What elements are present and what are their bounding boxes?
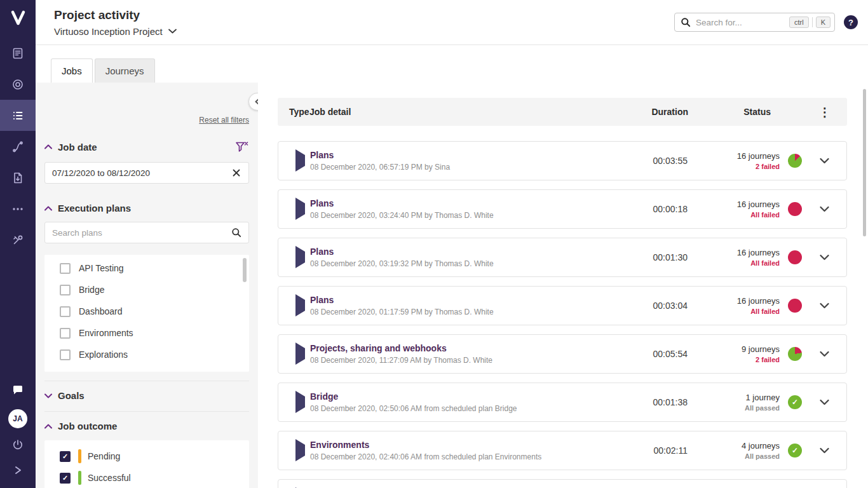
job-row[interactable]: UTP Demo "Whitelist your Final IP": [278, 479, 847, 488]
outcome-color-bar: [78, 471, 81, 485]
checkbox[interactable]: [60, 306, 71, 317]
expand-row-chevron-icon[interactable]: [820, 254, 829, 261]
explore-icon[interactable]: [0, 69, 36, 100]
project-selector[interactable]: Virtuoso Inception Project: [54, 26, 177, 37]
journeys-icon[interactable]: [0, 131, 36, 162]
journeys-count: 16 journeys: [737, 151, 780, 161]
play-button[interactable]: [295, 342, 305, 365]
goals-section-header[interactable]: Goals: [44, 390, 249, 401]
play-button[interactable]: [295, 246, 305, 268]
expand-row-chevron-icon[interactable]: [820, 302, 829, 309]
tab-jobs[interactable]: Jobs: [51, 58, 93, 83]
collapse-filters-button[interactable]: [248, 93, 258, 111]
plans-search-box[interactable]: [44, 222, 249, 243]
play-button[interactable]: [295, 391, 305, 413]
main-scrollbar[interactable]: [863, 89, 866, 236]
table-header: Type Job detail Duration Status ⋮: [278, 98, 847, 126]
job-title: Plans: [310, 295, 618, 305]
job-subtitle: 08 December 2020, 01:17:59 PM by Thomas …: [310, 308, 618, 316]
checkbox[interactable]: [60, 263, 71, 274]
extensions-icon[interactable]: [0, 224, 36, 255]
plans-scrollbar[interactable]: [243, 258, 247, 282]
col-status-header: Status: [688, 107, 803, 117]
job-title: Plans: [310, 150, 618, 160]
table-menu-icon[interactable]: ⋮: [819, 106, 831, 118]
expand-row-chevron-icon[interactable]: [820, 399, 829, 405]
more-icon[interactable]: [0, 193, 36, 224]
caret-up-icon: [44, 144, 52, 149]
job-date-field[interactable]: [44, 162, 249, 184]
play-button[interactable]: [295, 439, 305, 461]
execution-plans-section-header[interactable]: Execution plans: [44, 203, 249, 214]
expand-row-chevron-icon[interactable]: [820, 206, 829, 212]
projects-icon[interactable]: [0, 37, 36, 69]
kbd-divider: [812, 17, 813, 27]
job-title: Environments: [310, 440, 618, 450]
expand-sidebar-icon[interactable]: [0, 458, 36, 483]
journeys-count: 1 journey: [746, 393, 780, 402]
outcome-option[interactable]: ✓Successful: [44, 467, 249, 488]
job-date-title: Job date: [58, 142, 97, 152]
job-row[interactable]: Bridge 08 December 2020, 02:50:06 AM fro…: [278, 383, 847, 422]
plan-option[interactable]: API Testing: [44, 257, 249, 279]
plan-option[interactable]: Explorations: [44, 344, 249, 365]
sidebar-nav: [0, 37, 36, 255]
status-pie-icon: ✓: [788, 444, 802, 458]
job-subtitle: 08 December 2020, 02:40:06 AM from sched…: [310, 452, 618, 461]
job-outcome-section-header[interactable]: Job outcome: [44, 421, 249, 431]
job-row[interactable]: Plans 08 December 2020, 03:24:40 PM by T…: [278, 189, 847, 229]
content: Reset all filters Job date: [36, 83, 868, 488]
job-subtitle: 08 December 2020, 02:50:06 AM from sched…: [310, 404, 618, 413]
status-pie-icon: [788, 347, 802, 361]
filters-panel: Reset all filters Job date: [36, 83, 258, 488]
outcome-option-label: Pending: [88, 451, 120, 461]
power-icon[interactable]: [0, 432, 36, 458]
help-button[interactable]: ?: [844, 15, 858, 29]
activity-icon[interactable]: [0, 100, 36, 131]
plan-option[interactable]: Dashboard: [44, 301, 249, 322]
job-row[interactable]: Environments 08 December 2020, 02:40:06 …: [278, 431, 847, 470]
reset-all-filters-link[interactable]: Reset all filters: [44, 116, 249, 125]
status-pie-icon: ✓: [788, 395, 802, 409]
checkbox-checked[interactable]: ✓: [60, 451, 71, 462]
expand-row-chevron-icon[interactable]: [820, 158, 829, 164]
outcome-label: All passed: [745, 404, 780, 412]
search-input[interactable]: [696, 18, 789, 27]
plan-option-label: Bridge: [79, 285, 104, 295]
job-date-input[interactable]: [52, 168, 231, 178]
plan-option[interactable]: Bridge: [44, 279, 249, 301]
checkbox-checked[interactable]: ✓: [60, 473, 71, 484]
job-title: Projects, sharing and webhooks: [310, 343, 618, 353]
tab-journeys[interactable]: Journeys: [95, 58, 155, 83]
expand-row-chevron-icon[interactable]: [820, 351, 829, 357]
job-row[interactable]: Plans 08 December 2020, 01:17:59 PM by T…: [278, 286, 847, 325]
clear-date-filter-icon[interactable]: [235, 141, 249, 152]
expand-row-chevron-icon[interactable]: [820, 447, 829, 454]
play-button[interactable]: [295, 149, 305, 172]
global-search[interactable]: ctrl K: [674, 13, 835, 32]
job-row[interactable]: Plans 08 December 2020, 06:57:19 PM by S…: [278, 141, 847, 180]
outcome-label: All failed: [750, 211, 780, 219]
user-avatar[interactable]: JA: [8, 409, 27, 428]
clear-date-icon[interactable]: [231, 168, 241, 178]
plan-option[interactable]: Environments: [44, 322, 249, 344]
reports-icon[interactable]: [0, 162, 36, 193]
job-subtitle: 08 December 2020, 11:27:09 AM by Thomas …: [310, 356, 618, 365]
job-title: Plans: [310, 247, 618, 257]
checkbox[interactable]: [60, 328, 71, 339]
chat-icon[interactable]: [0, 374, 36, 405]
job-row[interactable]: Plans 08 December 2020, 03:19:32 PM by T…: [278, 238, 847, 277]
section-divider: [44, 381, 249, 381]
virtuoso-logo[interactable]: [10, 9, 27, 26]
outcome-option[interactable]: ✓Pending: [44, 445, 249, 467]
play-button[interactable]: [295, 294, 305, 316]
play-button[interactable]: [295, 198, 305, 220]
checkbox[interactable]: [60, 349, 71, 360]
job-date-section-header[interactable]: Job date: [44, 141, 249, 152]
job-outcome-title: Job outcome: [58, 421, 117, 431]
checkbox[interactable]: [60, 285, 71, 295]
status-pie-icon: [788, 154, 802, 168]
goals-title: Goals: [58, 390, 85, 401]
job-row[interactable]: Projects, sharing and webhooks 08 Decemb…: [278, 334, 847, 374]
plans-search-input[interactable]: [52, 228, 231, 238]
